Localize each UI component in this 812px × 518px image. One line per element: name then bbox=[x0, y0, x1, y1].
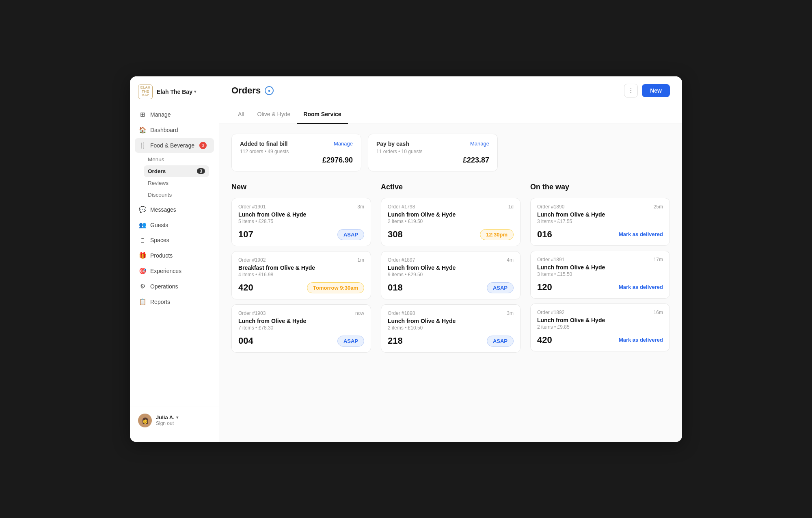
summary-cards: Added to final bill Manage 112 orders • … bbox=[231, 134, 670, 171]
sidebar-item-menus[interactable]: Menus bbox=[144, 154, 209, 165]
order-number: Order #1897 bbox=[388, 257, 415, 263]
order-items: 9 items • £29.50 bbox=[388, 272, 514, 277]
table-row[interactable]: Order #1901 3m Lunch from Olive & Hyde 5… bbox=[231, 198, 371, 246]
sign-out-link[interactable]: Sign out bbox=[156, 420, 211, 426]
sidebar-item-guests[interactable]: 👥 Guests bbox=[135, 218, 214, 232]
asap-badge: ASAP bbox=[337, 336, 364, 347]
manage-icon: ⊞ bbox=[139, 111, 146, 118]
table-row[interactable]: Order #1892 16m Lunch from Olive & Hyde … bbox=[530, 303, 670, 351]
order-items: 7 items • £78.30 bbox=[238, 325, 364, 331]
mark-delivered-button[interactable]: Mark as delivered bbox=[619, 231, 663, 237]
tab-all[interactable]: All bbox=[231, 105, 251, 124]
room-number: 420 bbox=[537, 335, 552, 345]
room-number: 308 bbox=[388, 229, 403, 240]
asap-badge: ASAP bbox=[337, 229, 364, 240]
order-columns: New Order #1901 3m Lunch from Olive & Hy… bbox=[231, 183, 670, 358]
order-items: 4 items • £16.98 bbox=[238, 272, 364, 277]
sidebar-item-operations[interactable]: ⚙ Operations bbox=[135, 279, 214, 294]
user-chevron-icon: ▾ bbox=[176, 415, 178, 420]
final-bill-sub: 112 orders • 49 guests bbox=[240, 149, 353, 154]
room-number: 018 bbox=[388, 282, 403, 293]
room-number: 218 bbox=[388, 336, 403, 346]
order-items: 3 items • £15.50 bbox=[537, 271, 663, 277]
page-title: Orders ● bbox=[231, 85, 274, 96]
cash-manage-link[interactable]: Manage bbox=[470, 141, 489, 147]
order-number: Order #1890 bbox=[537, 204, 564, 210]
page-header: Orders ● ⋮ New bbox=[219, 76, 682, 105]
info-icon[interactable]: ● bbox=[265, 86, 274, 95]
experiences-icon: 🎯 bbox=[139, 267, 146, 275]
asap-gray-badge: ASAP bbox=[487, 336, 514, 347]
more-options-button[interactable]: ⋮ bbox=[624, 84, 638, 98]
sidebar-item-dashboard[interactable]: 🏠 Dashboard bbox=[135, 123, 214, 137]
order-number: Order #1892 bbox=[537, 310, 564, 315]
final-bill-title: Added to final bill bbox=[240, 141, 287, 147]
order-time: 3m bbox=[357, 204, 364, 210]
sidebar-navigation: ⊞ Manage 🏠 Dashboard 🍴 Food & Beverage 3… bbox=[130, 107, 219, 407]
food-beverage-icon: 🍴 bbox=[139, 142, 146, 149]
spaces-icon: 🗒 bbox=[139, 237, 146, 244]
order-time: 16m bbox=[654, 310, 663, 315]
order-time: 1m bbox=[357, 257, 364, 263]
tab-room-service[interactable]: Room Service bbox=[297, 105, 348, 124]
sidebar-item-messages[interactable]: 💬 Messages bbox=[135, 202, 214, 217]
final-bill-manage-link[interactable]: Manage bbox=[334, 141, 353, 147]
sidebar-item-orders[interactable]: Orders 3 bbox=[144, 165, 209, 177]
food-beverage-subnav: Menus Orders 3 Reviews Discounts bbox=[135, 154, 214, 201]
sidebar: ELAHTHE BAY Elah The Bay ▾ ⊞ Manage 🏠 Da… bbox=[130, 76, 219, 442]
order-time: 4m bbox=[507, 257, 514, 263]
time-badge: Tomorrow 9:30am bbox=[307, 282, 364, 293]
main-content: Orders ● ⋮ New All Olive & Hyde Room Ser… bbox=[219, 76, 682, 442]
new-column-title: New bbox=[231, 183, 371, 191]
order-description: Lunch from Olive & Hyde bbox=[388, 264, 514, 271]
sidebar-item-products[interactable]: 🎁 Products bbox=[135, 248, 214, 263]
table-row[interactable]: Order #1891 17m Lunch from Olive & Hyde … bbox=[530, 251, 670, 299]
order-description: Lunch from Olive & Hyde bbox=[238, 318, 364, 324]
sidebar-item-spaces[interactable]: 🗒 Spaces bbox=[135, 233, 214, 247]
order-description: Breakfast from Olive & Hyde bbox=[238, 264, 364, 271]
table-row[interactable]: Order #1903 now Lunch from Olive & Hyde … bbox=[231, 304, 371, 353]
active-orders-column: Active Order #1798 1d Lunch from Olive &… bbox=[381, 183, 520, 358]
table-row[interactable]: Order #1897 4m Lunch from Olive & Hyde 9… bbox=[381, 251, 520, 299]
sidebar-item-discounts[interactable]: Discounts bbox=[144, 189, 209, 201]
sidebar-item-reports[interactable]: 📋 Reports bbox=[135, 295, 214, 309]
asap-gray-badge: ASAP bbox=[487, 282, 514, 293]
order-time: 17m bbox=[654, 257, 663, 262]
ontheway-orders-column: On the way Order #1890 25m Lunch from Ol… bbox=[530, 183, 670, 358]
order-description: Lunch from Olive & Hyde bbox=[537, 317, 663, 323]
order-description: Lunch from Olive & Hyde bbox=[537, 264, 663, 271]
order-items: 2 items • £19.50 bbox=[388, 219, 514, 224]
reports-icon: 📋 bbox=[139, 298, 146, 306]
user-profile[interactable]: 👩 Julia A. ▾ Sign out bbox=[130, 407, 219, 434]
content-area: Added to final bill Manage 112 orders • … bbox=[219, 124, 682, 442]
order-time: 3m bbox=[507, 310, 514, 316]
tab-olive-hyde[interactable]: Olive & Hyde bbox=[251, 105, 297, 124]
dashboard-icon: 🏠 bbox=[139, 126, 146, 134]
new-orders-column: New Order #1901 3m Lunch from Olive & Hy… bbox=[231, 183, 371, 358]
sidebar-logo[interactable]: ELAHTHE BAY Elah The Bay ▾ bbox=[130, 85, 219, 107]
sidebar-item-food-beverage[interactable]: 🍴 Food & Beverage 3 bbox=[135, 138, 214, 153]
sidebar-item-experiences[interactable]: 🎯 Experiences bbox=[135, 264, 214, 278]
order-number: Order #1903 bbox=[238, 310, 266, 316]
table-row[interactable]: Order #1798 1d Lunch from Olive & Hyde 2… bbox=[381, 198, 520, 246]
mark-delivered-button[interactable]: Mark as delivered bbox=[619, 284, 663, 290]
sidebar-item-reviews[interactable]: Reviews bbox=[144, 177, 209, 189]
order-time: 1d bbox=[508, 204, 514, 210]
table-row[interactable]: Order #1890 25m Lunch from Olive & Hyde … bbox=[530, 198, 670, 246]
mark-delivered-button[interactable]: Mark as delivered bbox=[619, 337, 663, 343]
food-beverage-badge: 3 bbox=[199, 142, 207, 149]
chevron-down-icon: ▾ bbox=[194, 89, 196, 94]
sidebar-item-manage[interactable]: ⊞ Manage bbox=[135, 107, 214, 122]
table-row[interactable]: Order #1902 1m Breakfast from Olive & Hy… bbox=[231, 251, 371, 299]
summary-card-final-bill: Added to final bill Manage 112 orders • … bbox=[231, 134, 361, 171]
summary-card-cash: Pay by cash Manage 11 orders • 10 guests… bbox=[368, 134, 498, 171]
order-number: Order #1902 bbox=[238, 257, 266, 263]
new-button[interactable]: New bbox=[642, 84, 670, 97]
room-number: 004 bbox=[238, 336, 253, 346]
messages-icon: 💬 bbox=[139, 206, 146, 213]
table-row[interactable]: Order #1898 3m Lunch from Olive & Hyde 2… bbox=[381, 304, 520, 353]
room-number: 120 bbox=[537, 282, 552, 293]
order-description: Lunch from Olive & Hyde bbox=[388, 211, 514, 218]
cash-sub: 11 orders • 10 guests bbox=[376, 149, 489, 154]
order-number: Order #1891 bbox=[537, 257, 564, 262]
